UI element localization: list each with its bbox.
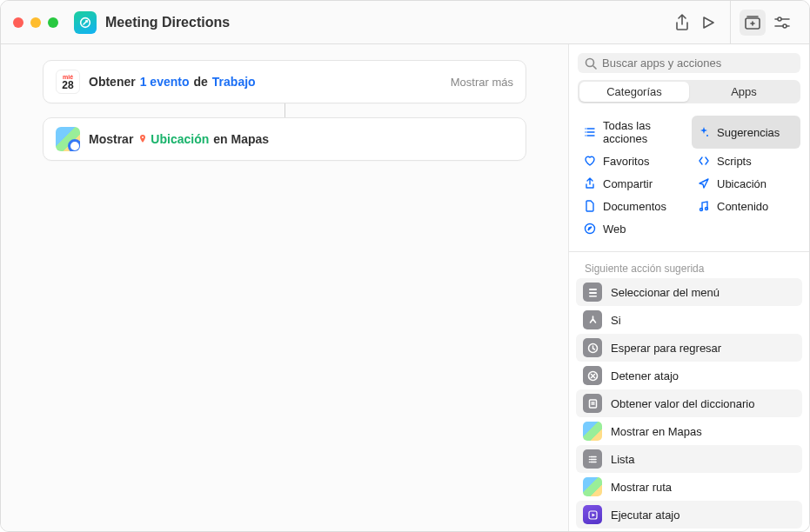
suggestion-icon xyxy=(583,283,602,302)
category-location[interactable]: Ubicación xyxy=(692,173,800,194)
location-variable-token[interactable]: Ubicación xyxy=(137,132,209,146)
category-label: Sugerencias xyxy=(717,126,780,139)
minimize-window-button[interactable] xyxy=(30,17,41,28)
library-mode-segmented: Categorías Apps xyxy=(578,80,800,103)
music-icon xyxy=(697,199,711,213)
suggestion-item[interactable]: Si xyxy=(576,306,802,334)
category-label: Web xyxy=(603,223,626,236)
content-area: mié 28 Obtener 1 evento de Trabajo Mostr… xyxy=(1,44,809,531)
suggestion-icon xyxy=(583,310,602,329)
category-label: Todas las acciones xyxy=(603,119,681,145)
svg-point-7 xyxy=(700,209,703,211)
suggestion-item[interactable]: Esperar para regresar xyxy=(576,334,802,362)
category-label: Contenido xyxy=(717,200,768,213)
action-verb: Mostrar xyxy=(89,132,133,146)
svg-rect-10 xyxy=(589,289,597,290)
share-icon xyxy=(583,176,597,190)
suggestion-icon xyxy=(583,477,602,496)
svg-point-4 xyxy=(142,136,144,138)
suggestion-item[interactable]: Obtener URL de Mapas xyxy=(576,529,802,531)
suggestion-item[interactable]: Seleccionar del menú xyxy=(576,278,802,306)
category-favorites[interactable]: Favoritos xyxy=(578,150,686,171)
category-all-actions[interactable]: Todas las acciones xyxy=(578,116,686,149)
suggestion-item[interactable]: Mostrar ruta xyxy=(576,473,802,501)
category-label: Favoritos xyxy=(603,155,649,168)
svg-rect-11 xyxy=(589,292,597,294)
svg-point-8 xyxy=(706,208,708,210)
suggestion-icon xyxy=(583,366,602,385)
category-label: Scripts xyxy=(717,155,752,168)
heart-icon xyxy=(583,154,597,168)
workflow-editor[interactable]: mié 28 Obtener 1 evento de Trabajo Mostr… xyxy=(1,44,569,531)
action-text: Mostrar Ubicación en Mapas xyxy=(89,132,513,146)
suggestion-label: Lista xyxy=(611,453,634,466)
search-field[interactable] xyxy=(578,53,800,73)
category-web[interactable]: Web xyxy=(578,218,686,239)
suggestion-item[interactable]: Ejecutar atajo xyxy=(576,501,802,529)
library-toggle-button[interactable] xyxy=(740,10,766,36)
category-label: Documentos xyxy=(603,200,666,213)
suggestion-icon xyxy=(583,449,602,469)
suggestion-label: Si xyxy=(611,314,621,327)
suggestion-label: Ejecutar atajo xyxy=(611,509,680,522)
event-count-token[interactable]: 1 evento xyxy=(140,75,190,89)
action-suffix: en Mapas xyxy=(213,132,269,146)
shortcut-app-icon xyxy=(74,11,97,34)
share-button[interactable] xyxy=(669,10,695,36)
tab-apps[interactable]: Apps xyxy=(689,82,799,102)
suggestion-icon xyxy=(583,505,602,524)
zoom-window-button[interactable] xyxy=(48,17,58,28)
search-icon xyxy=(585,57,597,70)
suggestion-label: Seleccionar del menú xyxy=(611,286,720,299)
action-verb: Obtener xyxy=(89,75,136,89)
sparkle-icon xyxy=(697,125,711,139)
search-input[interactable] xyxy=(602,57,793,70)
suggestion-icon xyxy=(583,394,602,413)
action-connector xyxy=(285,103,285,117)
suggestion-item[interactable]: Detener atajo xyxy=(576,362,802,389)
suggestion-label: Obtener valor del diccionario xyxy=(611,397,754,410)
action-card-get-events[interactable]: mié 28 Obtener 1 evento de Trabajo Mostr… xyxy=(43,60,526,103)
document-icon xyxy=(583,199,597,213)
svg-point-3 xyxy=(783,24,787,28)
suggestion-label: Mostrar en Mapas xyxy=(611,425,702,438)
category-content[interactable]: Contenido xyxy=(692,196,800,216)
suggestion-item[interactable]: Mostrar en Mapas xyxy=(576,417,802,445)
action-library-sidebar: Categorías Apps Todas las acciones Suger… xyxy=(569,44,809,531)
category-scripts[interactable]: Scripts xyxy=(692,150,800,171)
window-traffic-lights xyxy=(13,17,58,28)
suggestion-label: Mostrar ruta xyxy=(611,481,672,494)
close-window-button[interactable] xyxy=(13,17,23,28)
window-title: Meeting Directions xyxy=(105,15,230,30)
suggestion-icon xyxy=(583,338,602,357)
titlebar: Meeting Directions xyxy=(1,1,809,44)
safari-icon xyxy=(583,222,597,236)
svg-point-2 xyxy=(778,17,781,21)
category-label: Ubicación xyxy=(717,177,766,190)
suggestion-item[interactable]: Lista xyxy=(576,445,802,473)
category-label: Compartir xyxy=(603,177,653,190)
category-share[interactable]: Compartir xyxy=(578,173,686,194)
pin-icon xyxy=(137,134,148,144)
action-card-show-maps[interactable]: Mostrar Ubicación en Mapas xyxy=(43,117,526,161)
category-suggestions[interactable]: Sugerencias xyxy=(692,116,800,149)
calendar-icon: mié 28 xyxy=(56,70,80,94)
categories-grid: Todas las acciones Sugerencias Favoritos… xyxy=(569,112,809,249)
svg-point-5 xyxy=(586,58,594,66)
list-icon xyxy=(583,125,597,139)
action-preposition: de xyxy=(194,75,208,89)
run-button[interactable] xyxy=(695,10,721,36)
suggestion-icon xyxy=(583,422,602,441)
settings-button[interactable] xyxy=(769,10,795,36)
app-window: Meeting Directions mié 28 xyxy=(0,0,810,532)
maps-icon xyxy=(56,127,80,151)
calendar-name-token[interactable]: Trabajo xyxy=(212,75,256,89)
suggestion-item[interactable]: Obtener valor del diccionario xyxy=(576,389,802,417)
location-icon xyxy=(697,176,711,190)
tab-categories[interactable]: Categorías xyxy=(579,82,689,102)
category-documents[interactable]: Documentos xyxy=(578,196,686,216)
show-more-button[interactable]: Mostrar más xyxy=(451,76,513,89)
svg-point-6 xyxy=(706,135,708,136)
divider xyxy=(569,251,809,252)
suggestions-list: Seleccionar del menúSiEsperar para regre… xyxy=(569,278,809,531)
